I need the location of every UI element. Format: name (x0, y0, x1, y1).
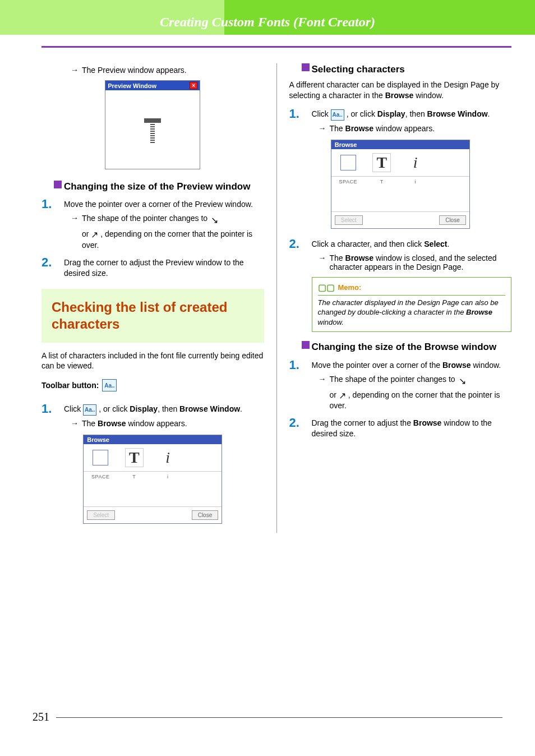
rba-c: window appears. (373, 124, 435, 133)
rbs2-a: Drag the corner to adjust the (312, 418, 413, 427)
close-button[interactable]: Close (439, 215, 466, 225)
footer-rule (56, 717, 502, 718)
column-separator (276, 63, 277, 533)
right-b-step-1: 1. Move the pointer over a corner of the… (289, 359, 512, 371)
browse-cells: T i (331, 149, 469, 177)
browse-window-bold: Browse Window (427, 109, 488, 118)
rs2-c: . (448, 239, 450, 248)
arrow-icon: → (71, 214, 79, 224)
browse-cell-i[interactable]: i (399, 149, 432, 176)
left-step-1-body: Move the pointer over a corner of the Pr… (64, 198, 264, 210)
label-t: T (365, 177, 399, 190)
left-step-1: 1. Move the pointer over a corner of the… (41, 198, 264, 210)
browse-footer: Select Close (331, 211, 469, 228)
section-heading: Checking the list of created characters (41, 289, 264, 343)
memo-header: ▢▢ Memo: (318, 282, 506, 296)
step-number-1: 1. (41, 198, 56, 210)
ba-a: The (82, 419, 98, 428)
left-step-2-body: Drag the corner to adjust the Preview wi… (64, 256, 264, 279)
period: . (488, 109, 490, 118)
or-click: , or click (347, 109, 377, 118)
or-click: , or click (99, 404, 130, 413)
preview-window-mock: Preview Window × (105, 80, 200, 169)
memo-label: Memo: (338, 283, 362, 292)
or-text: or (82, 229, 91, 238)
step-number-1: 1. (41, 403, 56, 416)
shape-change-line: → The shape of the pointer changes to ↘ (71, 214, 264, 224)
browse-window-mock-left: Browse T i SPACE T i Select Close (83, 435, 222, 524)
select-button[interactable]: Select (87, 510, 115, 520)
browse-footer: Select Close (84, 506, 222, 523)
click-prefix: Click (64, 404, 81, 413)
memo-b: Browse (466, 308, 492, 316)
memo-body: The character displayed in the Design Pa… (318, 298, 506, 328)
browse-titlebar: Browse (84, 435, 222, 444)
header-band: Creating Custom Fonts (Font Creator) (0, 0, 535, 35)
sp-c: window. (413, 91, 444, 100)
step-number-2: 2. (289, 238, 304, 250)
preview-titlebar: Preview Window × (105, 81, 200, 90)
r-shape-change-line: → The shape of the pointer changes to ↘ (319, 375, 512, 385)
rsr-b: Browse (345, 253, 374, 262)
sp-b: Browse (385, 91, 414, 100)
browse-cell-space[interactable] (84, 444, 117, 471)
rs2-b: Select (424, 239, 447, 248)
rsr-a: The (330, 253, 345, 262)
period: . (240, 404, 242, 413)
browse-cell-i[interactable]: i (151, 444, 185, 471)
browse-appears-line: → The Browse window appears. (71, 419, 264, 428)
r-shape-change-text: The shape of the pointer changes to (330, 375, 455, 385)
sub-change-browse-text: Changing the size of the Browse window (312, 341, 512, 353)
label-t: T (117, 472, 151, 485)
preview-appears-text: The Preview window appears. (82, 66, 187, 75)
arrow-icon: → (71, 419, 79, 428)
rbs2-b: Browse (413, 418, 442, 427)
browse-cell-space[interactable] (331, 149, 365, 176)
close-button[interactable]: Close (192, 510, 219, 520)
right-b-step-2-body: Drag the corner to adjust the Browse win… (312, 417, 512, 439)
right-b-step-2: 2. Drag the corner to adjust the Browse … (289, 417, 512, 439)
aa-toolbar-icon[interactable]: Aa.. (331, 109, 344, 121)
browse-cell-t[interactable]: T (117, 444, 151, 471)
page: Creating Custom Fonts (Font Creator) → T… (0, 0, 535, 756)
right-step-1-body: Click Aa.. , or click Display, then Brow… (312, 108, 512, 121)
select-button[interactable]: Select (335, 215, 363, 225)
square-bullet-icon (302, 63, 310, 71)
close-icon[interactable]: × (190, 82, 197, 89)
shape-change-text: The shape of the pointer changes to (82, 214, 207, 224)
ba-c: window appears. (126, 419, 187, 428)
aa-toolbar-icon[interactable]: Aa.. (102, 379, 117, 391)
toolbar-label: Toolbar button: (41, 381, 99, 390)
aa-toolbar-icon[interactable]: Aa.. (83, 404, 96, 416)
or-depending-line: or ↗ , depending on the corner that the … (82, 228, 264, 250)
book-icon: ▢▢ (318, 282, 335, 293)
then-text: , then (158, 404, 179, 413)
browse-cell-t[interactable]: T (365, 149, 399, 176)
memo-c: window. (318, 318, 344, 326)
section-para: A list of characters included in the fon… (41, 351, 264, 372)
r-step2-result: The Browse window is closed, and the sel… (330, 253, 512, 271)
depending-text: , depending on the corner that the point… (82, 229, 252, 250)
memo-box: ▢▢ Memo: The character displayed in the … (312, 277, 512, 333)
browse-appears: The Browse window appears. (82, 419, 187, 428)
or-text: or (330, 390, 339, 399)
rbs1-b: Browse (442, 361, 471, 370)
step-number-1: 1. (289, 108, 304, 121)
selecting-para: A different character can be displayed i… (289, 80, 512, 101)
rbs1-c: window. (471, 361, 501, 370)
sub-selecting-text: Selecting characters (312, 63, 512, 75)
right-step-2-body: Click a character, and then click Select… (312, 238, 512, 250)
r-browse-appears: The Browse window appears. (330, 124, 435, 133)
right-step-2: 2. Click a character, and then click Sel… (289, 238, 512, 250)
ba-b: Browse (98, 419, 126, 428)
right-step-1: 1. Click Aa.. , or click Display, then B… (289, 108, 512, 121)
right-column: Selecting characters A different charact… (289, 63, 512, 533)
display-bold: Display (377, 109, 405, 118)
left-b-step-1: 1. Click Aa.. , or click Display, then B… (41, 403, 264, 416)
sub-selecting: Selecting characters (302, 63, 512, 75)
step-number-2: 2. (289, 417, 304, 439)
click-prefix: Click (312, 109, 329, 118)
top-rule (41, 46, 511, 48)
rba-a: The (330, 124, 345, 133)
then-text: , then (405, 109, 427, 118)
